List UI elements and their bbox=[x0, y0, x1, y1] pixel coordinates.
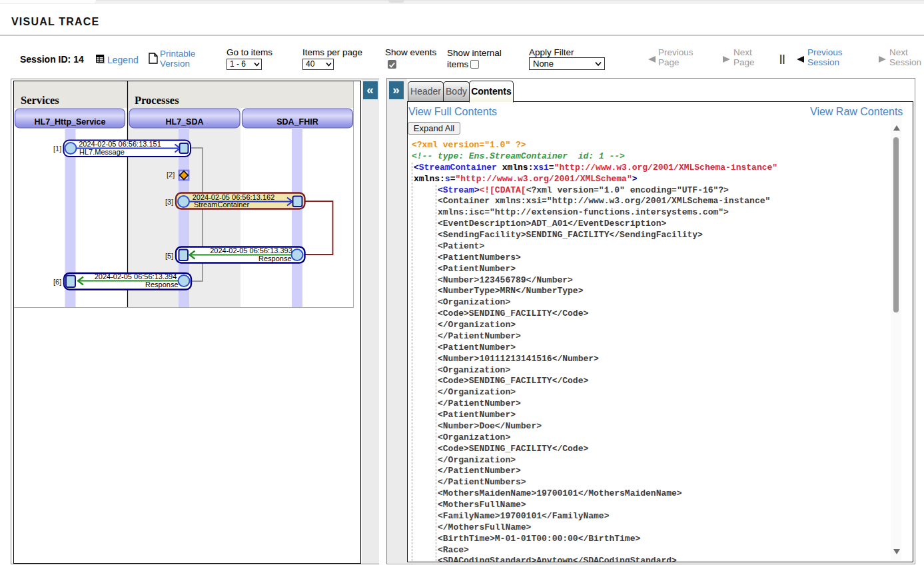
svg-text:HL7.Message: HL7.Message bbox=[79, 148, 125, 156]
svg-text:2024-02-05 06:56:13.162: 2024-02-05 06:56:13.162 bbox=[193, 193, 275, 201]
svg-text:[6]: [6] bbox=[53, 278, 61, 286]
svg-text:[2]: [2] bbox=[167, 171, 175, 179]
svg-text:Services: Services bbox=[21, 94, 59, 107]
svg-text:Response: Response bbox=[145, 281, 179, 288]
svg-text:HL7_Http_Service: HL7_Http_Service bbox=[35, 117, 106, 127]
svg-text:2024-02-05 06:56:13.394: 2024-02-05 06:56:13.394 bbox=[95, 273, 177, 281]
svg-text:Processes: Processes bbox=[135, 94, 179, 107]
svg-text:2024-02-05 06:56:13.393: 2024-02-05 06:56:13.393 bbox=[210, 247, 292, 255]
svg-text:[5]: [5] bbox=[165, 252, 173, 260]
svg-text:Response: Response bbox=[258, 255, 292, 263]
svg-text:SDA_FHIR: SDA_FHIR bbox=[276, 117, 318, 127]
svg-text:[1]: [1] bbox=[53, 145, 61, 153]
svg-text:StreamContainer: StreamContainer bbox=[194, 201, 249, 209]
svg-text:[3]: [3] bbox=[165, 198, 173, 206]
svg-text:2024-02-05 06:56:13.151: 2024-02-05 06:56:13.151 bbox=[79, 140, 161, 148]
svg-text:HL7_SDA: HL7_SDA bbox=[166, 117, 204, 127]
